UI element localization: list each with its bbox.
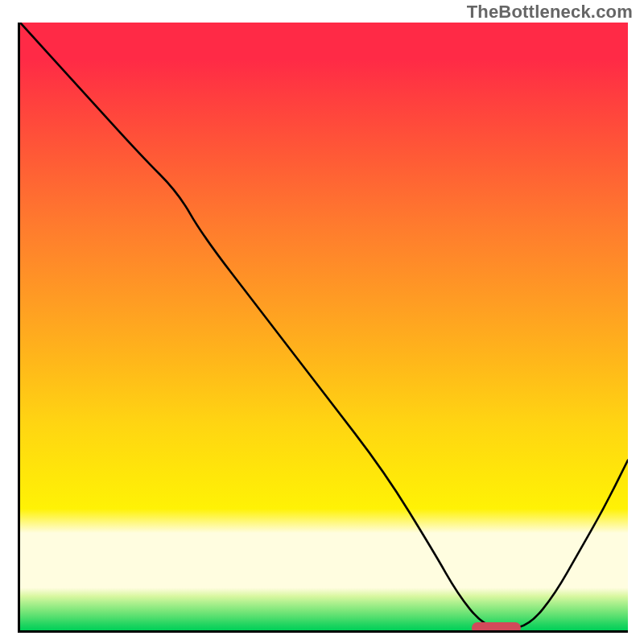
- chart-container: TheBottleneck.com: [0, 0, 644, 644]
- optimal-range-marker: [472, 622, 521, 633]
- watermark-text: TheBottleneck.com: [467, 2, 633, 23]
- bottleneck-line: [20, 23, 628, 630]
- plot-area: [18, 23, 628, 633]
